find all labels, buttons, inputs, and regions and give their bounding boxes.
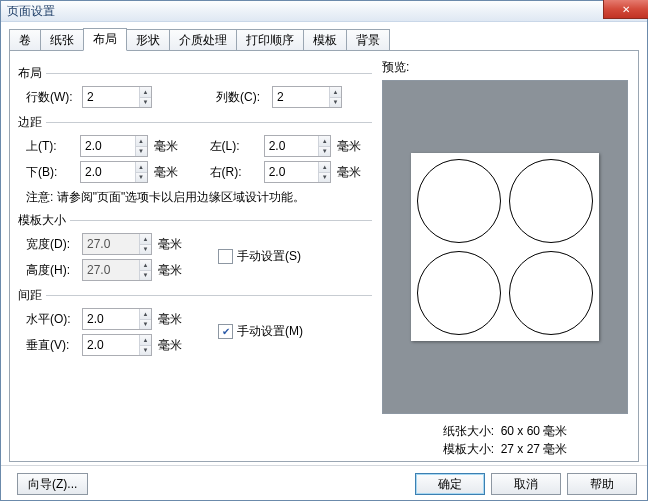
left-input[interactable] — [265, 136, 319, 156]
height-input — [83, 260, 139, 280]
preview-info: 纸张大小: 60 x 60 毫米 模板大小: 27 x 27 毫米 — [382, 422, 628, 458]
height-spinner: ▲▼ — [82, 259, 152, 281]
tab-strip: 卷 纸张 布局 形状 介质处理 打印顺序 模板 背景 — [9, 28, 639, 50]
preview-circle-icon — [417, 251, 501, 335]
left-label: 左(L): — [210, 138, 264, 155]
horiz-label: 水平(O): — [26, 311, 82, 328]
vert-input[interactable] — [83, 335, 139, 355]
spacing-manual-label: 手动设置(M) — [237, 323, 303, 340]
right-label: 右(R): — [210, 164, 264, 181]
rows-input[interactable] — [83, 87, 139, 107]
tab-shape[interactable]: 形状 — [126, 29, 170, 51]
rows-label: 行数(W): — [26, 89, 82, 106]
window-title: 页面设置 — [7, 3, 55, 20]
top-input[interactable] — [81, 136, 135, 156]
wizard-button[interactable]: 向导(Z)... — [17, 473, 88, 495]
tab-paper[interactable]: 纸张 — [40, 29, 84, 51]
group-spacing: 间距 — [18, 287, 372, 304]
horiz-spinner[interactable]: ▲▼ — [82, 308, 152, 330]
right-input[interactable] — [265, 162, 319, 182]
tab-layout[interactable]: 布局 — [83, 28, 127, 51]
right-spinner[interactable]: ▲▼ — [264, 161, 332, 183]
margins-note: 注意: 请参阅"页面"选项卡以启用边缘区域设计功能。 — [26, 189, 372, 206]
vert-label: 垂直(V): — [26, 337, 82, 354]
height-label: 高度(H): — [26, 262, 82, 279]
cols-label: 列数(C): — [216, 89, 272, 106]
left-spinner[interactable]: ▲▼ — [264, 135, 332, 157]
preview-circle-icon — [509, 159, 593, 243]
help-button[interactable]: 帮助 — [567, 473, 637, 495]
right-column: 预览: 纸张大小: 60 x 60 毫米 — [378, 51, 638, 461]
rows-spinner[interactable]: ▲▼ — [82, 86, 152, 108]
tab-print-order[interactable]: 打印顺序 — [236, 29, 304, 51]
bottom-input[interactable] — [81, 162, 135, 182]
tab-roll[interactable]: 卷 — [9, 29, 41, 51]
cols-up[interactable]: ▲ — [330, 87, 341, 98]
bottom-spinner[interactable]: ▲▼ — [80, 161, 148, 183]
preview-circle-icon — [509, 251, 593, 335]
horiz-input[interactable] — [83, 309, 139, 329]
top-label: 上(T): — [26, 138, 80, 155]
spacing-manual-checkbox[interactable]: ✔ — [218, 324, 233, 339]
tab-background[interactable]: 背景 — [346, 29, 390, 51]
tab-template[interactable]: 模板 — [303, 29, 347, 51]
cols-spinner[interactable]: ▲▼ — [272, 86, 342, 108]
template-manual-checkbox[interactable] — [218, 249, 233, 264]
width-label: 宽度(D): — [26, 236, 82, 253]
template-manual-label: 手动设置(S) — [237, 248, 301, 265]
preview-label: 预览: — [382, 59, 628, 76]
bottom-label: 下(B): — [26, 164, 80, 181]
group-template-size: 模板大小 — [18, 212, 372, 229]
cols-down[interactable]: ▼ — [330, 98, 341, 108]
ok-button[interactable]: 确定 — [415, 473, 485, 495]
preview-paper — [411, 153, 599, 341]
bottom-bar: 向导(Z)... 确定 取消 帮助 — [1, 465, 647, 501]
top-spinner[interactable]: ▲▼ — [80, 135, 148, 157]
close-button[interactable]: ✕ — [603, 0, 648, 19]
rows-up[interactable]: ▲ — [140, 87, 151, 98]
preview-frame — [382, 80, 628, 414]
cancel-button[interactable]: 取消 — [491, 473, 561, 495]
rows-down[interactable]: ▼ — [140, 98, 151, 108]
cols-input[interactable] — [273, 87, 329, 107]
group-layout: 布局 — [18, 65, 372, 82]
tab-media[interactable]: 介质处理 — [169, 29, 237, 51]
window: 页面设置 ✕ 卷 纸张 布局 形状 介质处理 打印顺序 模板 背景 布局 — [0, 0, 648, 501]
left-column: 布局 行数(W): ▲▼ 列数(C): — [10, 51, 378, 461]
group-margins: 边距 — [18, 114, 372, 131]
width-spinner: ▲▼ — [82, 233, 152, 255]
preview-circle-icon — [417, 159, 501, 243]
titlebar: 页面设置 ✕ — [1, 1, 647, 22]
width-input — [83, 234, 139, 254]
client-area: 卷 纸张 布局 形状 介质处理 打印顺序 模板 背景 布局 行数(W): — [1, 22, 647, 465]
tab-body: 布局 行数(W): ▲▼ 列数(C): — [9, 50, 639, 462]
vert-spinner[interactable]: ▲▼ — [82, 334, 152, 356]
